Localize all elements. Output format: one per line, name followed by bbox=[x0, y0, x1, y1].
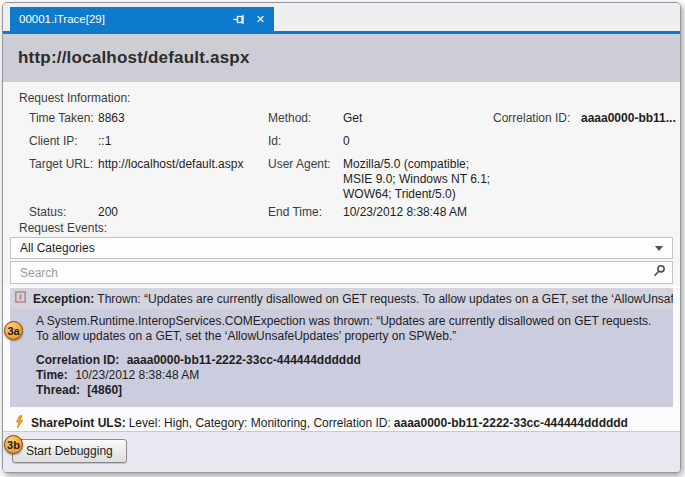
field-label: Status: bbox=[29, 205, 66, 219]
detail-field-label: Thread: bbox=[36, 383, 80, 397]
trace-content: Request Information: Time Taken: 8863 Me… bbox=[3, 82, 680, 472]
exception-label: Exception: bbox=[33, 292, 94, 306]
search-icon[interactable] bbox=[652, 264, 666, 282]
category-filter-value: All Categories bbox=[20, 241, 95, 255]
field-value: 10/23/2012 8:38:48 AM bbox=[343, 205, 467, 219]
field-label: Id: bbox=[268, 134, 281, 148]
field-label: End Time: bbox=[268, 205, 322, 219]
tab-itrace-file[interactable]: 00001.iTrace[29] ✕ bbox=[10, 7, 274, 31]
callout-badge-3a: 3a bbox=[4, 321, 23, 340]
detail-field-label: Correlation ID: bbox=[36, 353, 119, 367]
uls-label: SharePoint ULS: bbox=[31, 416, 126, 430]
uls-text: Level: High, Category: Monitoring, Corre… bbox=[129, 416, 391, 430]
start-debugging-button[interactable]: Start Debugging bbox=[12, 439, 127, 463]
sharepoint-uls-event-row[interactable]: SharePoint ULS: Level: High, Category: M… bbox=[3, 412, 680, 434]
field-label: Target URL: bbox=[29, 157, 93, 171]
tab-strip: 00001.iTrace[29] ✕ bbox=[3, 3, 680, 31]
exception-event-summary[interactable]: Exception: Thrown: “Updates are currentl… bbox=[10, 288, 673, 309]
exception-detail-text: A System.Runtime.InteropServices.COMExpe… bbox=[10, 309, 673, 344]
footer-bar: Start Debugging bbox=[3, 432, 680, 472]
request-events-heading: Request Events: bbox=[19, 221, 107, 235]
detail-field-label: Time: bbox=[36, 368, 68, 382]
field-value: ::1 bbox=[98, 134, 111, 148]
detail-field-value: aaaa0000-bb11-2222-33cc-444444dddddd bbox=[127, 353, 361, 367]
category-filter-dropdown[interactable]: All Categories bbox=[10, 237, 673, 259]
detail-field-value: [4860] bbox=[87, 383, 122, 397]
field-label: Client IP: bbox=[29, 134, 78, 148]
field-label: User Agent: bbox=[268, 157, 331, 171]
exception-event-icon bbox=[15, 291, 26, 306]
uls-correlation-id: aaaa0000-bb11-2222-33cc-444444dddddd bbox=[394, 416, 628, 430]
field-value: Mozilla/5.0 (compatible; MSIE 9.0; Windo… bbox=[343, 157, 490, 202]
field-value: http://localhost/default.aspx bbox=[98, 157, 243, 171]
tab-title: 00001.iTrace[29] bbox=[19, 13, 233, 25]
field-value: 200 bbox=[98, 205, 118, 219]
field-label: Correlation ID: bbox=[493, 111, 570, 125]
field-label: Time Taken: bbox=[29, 111, 94, 125]
search-input[interactable] bbox=[20, 266, 652, 280]
field-value: Get bbox=[343, 111, 362, 125]
pin-icon[interactable] bbox=[233, 13, 246, 26]
search-box bbox=[10, 261, 673, 284]
field-value: aaaa0000-bb11... bbox=[581, 111, 676, 125]
field-label: Method: bbox=[268, 111, 311, 125]
field-value: 8863 bbox=[98, 111, 125, 125]
detail-field-value: 10/23/2012 8:38:48 AM bbox=[75, 368, 199, 382]
event-list: Exception: Thrown: “Updates are currentl… bbox=[3, 286, 680, 432]
exception-event-row[interactable]: Exception: Thrown: “Updates are currentl… bbox=[10, 288, 673, 407]
request-information-heading: Request Information: bbox=[19, 91, 130, 105]
exception-summary-text: Thrown: “Updates are currently disallowe… bbox=[97, 292, 673, 306]
page-title: http://localhost/default.aspx bbox=[3, 34, 680, 82]
chevron-down-icon bbox=[655, 246, 663, 251]
exception-detail-fields: Correlation ID: aaaa0000-bb11-2222-33cc-… bbox=[10, 353, 673, 398]
intellitrace-window: 00001.iTrace[29] ✕ http://localhost/defa… bbox=[2, 2, 681, 473]
field-value: 0 bbox=[343, 134, 350, 148]
callout-badge-3b: 3b bbox=[4, 435, 23, 454]
close-icon[interactable]: ✕ bbox=[256, 14, 265, 25]
lightning-icon bbox=[14, 415, 24, 432]
